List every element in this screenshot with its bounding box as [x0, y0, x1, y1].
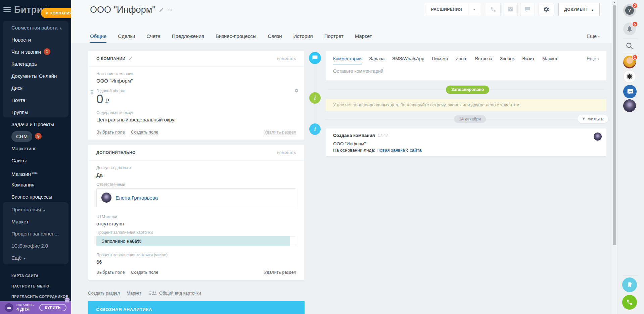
drag-handle-icon[interactable] [91, 90, 93, 94]
document-button[interactable]: ДОКУМЕНТ ∨ [558, 3, 600, 16]
messenger-icon[interactable] [623, 85, 637, 98]
responsible-field[interactable]: Елена Григорьева [96, 188, 296, 207]
vertical-scrollbar[interactable]: ▲ [612, 0, 617, 314]
federal-district-value[interactable]: Центральный федеральный округ [96, 117, 176, 122]
telephony-button[interactable] [622, 295, 637, 310]
sidebar-item-zadachi-i-proekty[interactable]: Задачи и Проекты [11, 120, 69, 129]
tab-market[interactable]: Маркет [355, 33, 372, 43]
create-field-link[interactable]: Создать поле [131, 270, 158, 275]
tab-portret[interactable]: Портрет [324, 33, 343, 43]
extensions-button[interactable]: РАСШИРЕНИЯ [425, 3, 468, 16]
market-link[interactable]: Маркет [127, 291, 141, 296]
sidebar-item-magazin[interactable]: Магазинbeta [11, 168, 69, 177]
sidebar-item-crm[interactable]: CRM5 [11, 131, 69, 140]
timeline-entry[interactable]: Создана компания17:47 ООО "Информ" На ос… [326, 128, 606, 156]
responsible-name-link[interactable]: Елена Григорьева [116, 195, 158, 201]
field-gear-icon[interactable] [294, 88, 299, 93]
comment-input[interactable]: Оставьте комментарий [326, 64, 606, 74]
delete-section-link[interactable]: Удалить раздел [264, 270, 296, 275]
sidebar-item-dokumenty-onlayn[interactable]: Документы Онлайн [11, 72, 69, 81]
user-avatar-3[interactable] [623, 99, 636, 112]
scrollbar-thumb[interactable] [613, 5, 616, 245]
edit-title-pencil-icon[interactable] [159, 7, 164, 12]
sidebar-link-karta-sayta[interactable]: КАРТА САЙТА [11, 272, 39, 279]
help-button[interactable]: ? 2 [623, 4, 636, 17]
sidebar-item-pochta[interactable]: Почта [11, 96, 69, 105]
sidebar-link-priglasit-sotrudnikov[interactable]: ПРИГЛАСИТЬ СОТРУДНИКОВ [11, 293, 68, 300]
entry-author-avatar[interactable] [594, 133, 602, 141]
close-icon[interactable]: × [45, 10, 48, 16]
sidebar-item-biznes-protsessy[interactable]: Бизнес-процессы [11, 193, 69, 201]
extra-edit-link[interactable]: изменить [277, 150, 296, 155]
sidebar-item-gruppy[interactable]: Группы [11, 108, 69, 117]
sidebar-link-nastroit-menyu[interactable]: НАСТРОИТЬ МЕНЮ [11, 283, 49, 290]
filter-button[interactable]: ФИЛЬТР [578, 115, 608, 123]
tab-biznes-protsessy[interactable]: Бизнес-процессы [216, 33, 257, 43]
tab-scheta[interactable]: Счета [146, 33, 160, 43]
sidebar-item-protsent-zapolnen[interactable]: Процент заполнен... [11, 229, 69, 238]
sidebar-item-kompaniya[interactable]: Компания [11, 180, 69, 189]
sidebar-item-marketing[interactable]: Маркетинг [11, 144, 69, 153]
menu-hamburger-icon[interactable] [3, 7, 11, 13]
sidebar-item-novosti[interactable]: Новости [11, 36, 69, 44]
company-name-value[interactable]: ООО "Информ" [96, 78, 133, 84]
annual-turnover-value[interactable]: 0₽ [96, 92, 109, 106]
ttab-kommentariy[interactable]: Комментарий [333, 56, 362, 64]
email-button[interactable] [503, 3, 518, 16]
extensions-dropdown-arrow[interactable]: ▼ [468, 3, 480, 16]
chat-button[interactable] [520, 3, 535, 16]
ttab-more[interactable]: Еще▾ [587, 56, 599, 64]
user-avatar-2[interactable] [623, 70, 636, 83]
sidebar-item-market[interactable]: Маркет [11, 217, 69, 226]
create-field-link[interactable]: Создать поле [131, 129, 158, 135]
sidebar-group-prilozheniya[interactable]: Приложения∧ [11, 205, 69, 214]
ttab-market[interactable]: Маркет [542, 56, 558, 64]
gift-icon[interactable] [64, 297, 71, 305]
sidebar-item-chat-i-zvonki[interactable]: Чат и звонки1 [11, 48, 69, 56]
sidebar-item-1c-bekofis[interactable]: 1С:Бэкофис 2.0 [11, 242, 69, 250]
delete-section-link[interactable]: Удалить раздел [264, 129, 296, 135]
call-button[interactable] [486, 3, 501, 16]
utm-value[interactable]: отсутствуют [96, 221, 125, 226]
ttab-zvonok[interactable]: Звонок [500, 56, 515, 64]
mobile-app-button[interactable] [622, 277, 637, 292]
sidebar-item-sayty[interactable]: Сайты [11, 156, 69, 165]
buy-button[interactable]: КУПИТЬ [39, 304, 66, 311]
tab-more[interactable]: Еще▾ [587, 33, 600, 43]
ttab-vizit[interactable]: Визит [522, 56, 535, 64]
sidebar-group-collab[interactable]: Совместная работа∧ [11, 23, 69, 32]
sidebar-item-eshche[interactable]: Ещё▾ [11, 254, 69, 262]
ttab-vstrecha[interactable]: Встреча [475, 56, 492, 64]
scroll-up-arrow[interactable]: ▲ [612, 1, 617, 4]
tab-sdelki[interactable]: Сделки [118, 33, 135, 43]
sidebar-item-disk[interactable]: Диск [11, 84, 69, 93]
fill-number-value[interactable]: 66 [96, 259, 102, 265]
tab-obshchie[interactable]: Общие [90, 33, 106, 43]
sidebar-item-kalendar[interactable]: Календарь [11, 60, 69, 68]
about-edit-link[interactable]: изменить [277, 56, 296, 61]
tab-istoriya[interactable]: История [293, 33, 313, 43]
lead-link[interactable]: Новая заявка с сайта [376, 148, 421, 153]
ttab-sms-whatsapp[interactable]: SMS/WhatsApp [392, 56, 424, 64]
create-section-link[interactable]: Создать раздел [88, 291, 120, 296]
entity-tabs: Общие Сделки Счета Предложения Бизнес-пр… [90, 31, 600, 43]
section-edit-pencil-icon[interactable] [128, 57, 132, 61]
available-value[interactable]: Да [96, 172, 103, 178]
notifications-button[interactable]: 5 [623, 22, 636, 35]
tab-predlozheniya[interactable]: Предложения [172, 33, 204, 43]
tab-svyazi[interactable]: Связи [268, 33, 282, 43]
entity-type-badge[interactable]: × КОМПАНИЯ [41, 8, 71, 18]
settings-gear-icon[interactable] [539, 3, 554, 16]
copy-link-icon[interactable] [167, 7, 173, 13]
user-avatar-1[interactable]: 1 [623, 56, 636, 68]
ttab-pismo[interactable]: Письмо [432, 56, 448, 64]
search-button[interactable] [623, 40, 636, 52]
bitrix24-app: Битрикс Совместная работа∧ Новости Чат и… [0, 0, 644, 314]
card-view-link[interactable]: Общий вид карточки [159, 291, 201, 296]
ttab-zoom[interactable]: Zoom [456, 56, 467, 64]
select-field-link[interactable]: Выбрать поле [96, 270, 125, 275]
analytics-bar[interactable]: СКВОЗНАЯ АНАЛИТИКА [88, 301, 305, 314]
select-field-link[interactable]: Выбрать поле [96, 129, 125, 135]
ttab-zadacha[interactable]: Задача [369, 56, 384, 64]
about-company-card: О КОМПАНИИ изменить Название компании ОО… [88, 50, 305, 140]
